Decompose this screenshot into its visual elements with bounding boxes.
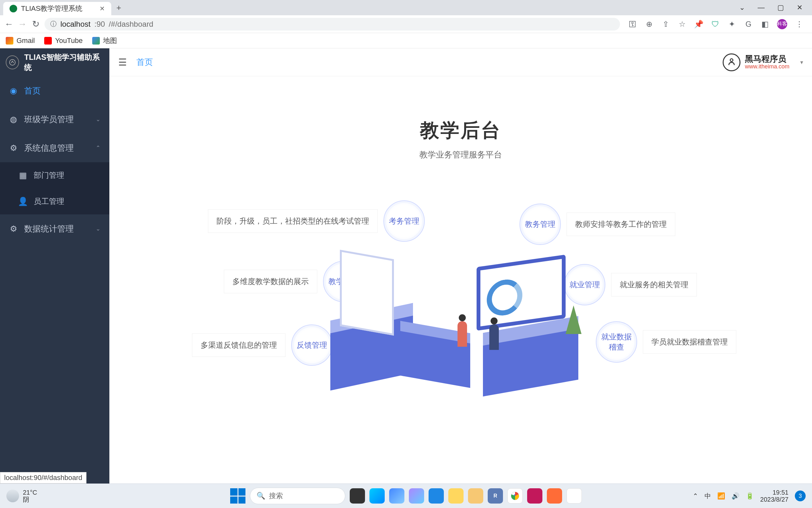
taskbar-app-r[interactable]: R — [488, 488, 503, 504]
google-account-icon[interactable]: G — [744, 20, 753, 29]
node-feedback-label: 多渠道反馈信息的管理 — [192, 333, 285, 357]
hero-subtitle: 教学业务管理服务平台 — [419, 149, 502, 160]
taskbar-app-terminal[interactable] — [350, 488, 365, 504]
sidebar-item-emp-mgmt[interactable]: 👤 员工管理 — [0, 188, 109, 214]
nav-forward-button[interactable]: → — [18, 19, 27, 29]
tray-clock[interactable]: 19:51 2023/8/27 — [760, 489, 788, 503]
taskbar-app-postman[interactable] — [547, 488, 562, 504]
start-button[interactable] — [230, 488, 245, 504]
battery-icon[interactable]: 🔋 — [746, 492, 754, 500]
site-info-icon[interactable]: ⓘ — [50, 20, 57, 28]
brand-logo-icon — [723, 53, 740, 71]
profile-avatar[interactable]: 科客 — [777, 19, 787, 29]
node-exam-bubble: 考务管理 — [384, 200, 425, 242]
url-port: :90 — [94, 20, 105, 29]
tray-ime[interactable]: 中 — [705, 492, 711, 500]
share-icon[interactable]: ⇪ — [661, 20, 670, 29]
weather-icon — [6, 490, 19, 502]
chevron-down-icon: ⌄ — [96, 225, 100, 232]
browser-tab[interactable]: TLIAS教学管理系统 ✕ — [3, 2, 111, 15]
node-emp-audit-label: 学员就业数据稽查管理 — [643, 330, 736, 354]
svg-point-0 — [9, 59, 15, 65]
sidebar-item-stats-mgmt[interactable]: ⚙ 数据统计管理 ⌄ — [0, 214, 109, 243]
window-close-button[interactable]: ✕ — [797, 3, 803, 12]
hero: 教学后台 教学业务管理服务平台 — [419, 118, 502, 160]
tab-close-icon[interactable]: ✕ — [99, 5, 105, 12]
sidebar-item-dept-mgmt[interactable]: ▦ 部门管理 — [0, 162, 109, 188]
bookmark-map[interactable]: 地图 — [92, 36, 117, 45]
volume-icon[interactable]: 🔊 — [731, 492, 739, 500]
extensions-icon[interactable]: ✦ — [727, 20, 736, 29]
taskbar-app-explorer[interactable] — [468, 488, 483, 504]
ext-shield-icon[interactable]: 🛡 — [711, 20, 720, 29]
sidebar: TLIAS智能学习辅助系统 ◉ 首页 ◍ 班级学员管理 ⌄ ⚙ 系统信息管理 ⌃… — [0, 48, 109, 484]
sidebar-item-home[interactable]: ◉ 首页 — [0, 76, 109, 105]
status-bar-link: localhost:90/#/dashboard — [0, 472, 87, 483]
taskbar-app-chrome[interactable] — [507, 488, 523, 504]
hero-title: 教学后台 — [419, 118, 502, 143]
dashboard-icon: ◉ — [9, 86, 18, 96]
node-feedback: 多渠道反馈信息的管理 反馈管理 — [192, 325, 332, 366]
side-panel-icon[interactable]: ◧ — [761, 20, 769, 29]
password-key-icon[interactable]: ⚿ — [628, 20, 637, 29]
search-icon: 🔍 — [257, 492, 265, 500]
node-edu-admin-bubble: 教务管理 — [520, 204, 561, 245]
taskbar-app-idea[interactable] — [527, 488, 542, 504]
node-emp-audit-bubble: 就业数据稽查 — [596, 321, 637, 363]
taskbar-app-snip[interactable] — [567, 488, 582, 504]
window-maximize-button[interactable]: ▢ — [777, 3, 784, 12]
gear-icon: ⚙ — [9, 224, 18, 234]
wifi-icon[interactable]: 📶 — [717, 492, 725, 500]
node-edu-admin-label: 教师安排等教务工作的管理 — [567, 212, 675, 236]
chevron-down-icon: ⌄ — [96, 116, 100, 123]
dashboard-content: 教学后台 教学业务管理服务平台 阶段，升级，员工，社招类型的在线考试管理 考务管… — [109, 76, 812, 484]
brand-block[interactable]: 黑马程序员 www.itheima.com ▾ — [723, 53, 803, 71]
map-icon — [92, 37, 100, 45]
node-teach-data-label: 多维度教学数据的展示 — [224, 270, 317, 293]
taskbar-app-blue[interactable] — [428, 488, 444, 504]
node-exam-label: 阶段，升级，员工，社招类型的在线考试管理 — [208, 209, 378, 233]
tray-chevron-icon[interactable]: ⌃ — [693, 492, 698, 500]
taskbar-app-store[interactable] — [389, 488, 404, 504]
breadcrumb-home[interactable]: 首页 — [136, 57, 153, 68]
taskbar-weather[interactable]: 21°C 阴 — [6, 489, 37, 503]
caret-down-icon[interactable]: ▾ — [800, 59, 803, 66]
taskbar-app-copilot[interactable] — [409, 488, 424, 504]
brand-text: 黑马程序员 www.itheima.com — [745, 54, 790, 70]
app-logo-icon — [6, 55, 19, 69]
system-tray: ⌃ 中 📶 🔊 🔋 19:51 2023/8/27 3 — [693, 489, 806, 503]
taskbar-center: 🔍 搜索 R — [230, 488, 582, 504]
nav-back-button[interactable]: ← — [4, 19, 13, 29]
node-employment-label: 就业服务的相关管理 — [611, 273, 697, 296]
ext-pin-icon[interactable]: 📌 — [694, 20, 703, 29]
hero-illustration — [330, 242, 591, 394]
sidebar-submenu-sys: ▦ 部门管理 👤 员工管理 — [0, 162, 109, 214]
url-input[interactable]: ⓘ localhost:90/#/dashboard — [45, 18, 620, 31]
gmail-icon — [6, 37, 13, 45]
zoom-icon[interactable]: ⊕ — [645, 20, 654, 29]
window-controls: ⌄ — ▢ ✕ — [730, 3, 812, 12]
taskbar-app-python[interactable] — [448, 488, 463, 504]
svg-point-1 — [730, 58, 733, 61]
chevron-down-icon[interactable]: ⌄ — [739, 3, 745, 12]
bookmark-star-icon[interactable]: ☆ — [678, 20, 687, 29]
sidebar-item-class-mgmt[interactable]: ◍ 班级学员管理 ⌄ — [0, 105, 109, 134]
sidebar-collapse-icon[interactable]: ☰ — [118, 57, 127, 68]
taskbar-app-edge[interactable] — [369, 488, 385, 504]
users-icon: ◍ — [9, 115, 18, 124]
weather-temp: 21°C — [23, 489, 37, 496]
new-tab-button[interactable]: + — [111, 3, 126, 13]
notification-badge[interactable]: 3 — [795, 491, 806, 501]
main-area: ☰ 首页 黑马程序员 www.itheima.com ▾ 教学后台 教学业务管理… — [109, 48, 812, 484]
node-emp-audit: 学员就业数据稽查管理 就业数据稽查 — [596, 321, 736, 363]
bookmark-youtube[interactable]: YouTube — [44, 37, 82, 45]
sidebar-item-sys-mgmt[interactable]: ⚙ 系统信息管理 ⌃ — [0, 134, 109, 162]
bookmark-gmail[interactable]: Gmail — [6, 37, 35, 45]
window-minimize-button[interactable]: — — [758, 3, 765, 12]
kebab-menu-icon[interactable]: ⋮ — [795, 20, 804, 29]
tab-favicon-icon — [9, 5, 17, 12]
toolbar-right: ⚿ ⊕ ⇪ ☆ 📌 🛡 ✦ G ◧ 科客 ⋮ — [624, 19, 808, 29]
app-title: TLIAS智能学习辅助系统 — [24, 52, 104, 73]
nav-reload-button[interactable]: ↻ — [31, 19, 40, 29]
taskbar-search[interactable]: 🔍 搜索 — [250, 488, 345, 504]
